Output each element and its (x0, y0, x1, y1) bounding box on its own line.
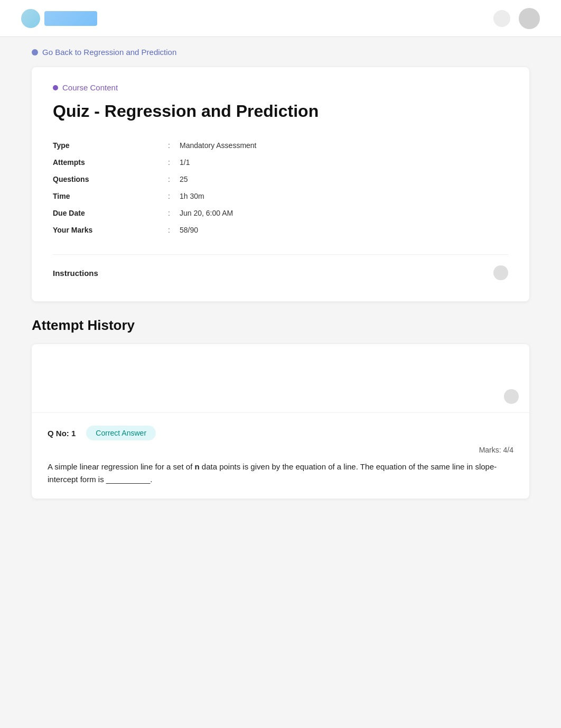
question-1-number: Q No: 1 (48, 429, 76, 438)
info-row-time: Time : 1h 30m (53, 188, 508, 205)
info-value-questions: 25 (180, 175, 188, 183)
question-1-marks-row: Marks: 4/4 (48, 446, 513, 457)
info-label-type: Type (53, 141, 158, 150)
header (0, 0, 561, 37)
course-content-dot (53, 85, 58, 90)
info-value-duedate: Jun 20, 6:00 AM (180, 209, 233, 217)
header-actions (493, 8, 540, 29)
back-link-text: Go Back to Regression and Prediction (42, 48, 176, 57)
instructions-toggle-icon[interactable] (493, 265, 508, 280)
info-row-marks: Your Marks : 58/90 (53, 222, 508, 238)
info-row-questions: Questions : 25 (53, 171, 508, 188)
course-content-text: Course Content (62, 83, 118, 92)
attempt-header-area (32, 344, 529, 413)
info-colon-duedate: : (158, 209, 180, 217)
logo-text (44, 11, 97, 26)
info-label-marks: Your Marks (53, 226, 158, 234)
info-value-time: 1h 30m (180, 192, 204, 200)
avatar[interactable] (519, 8, 540, 29)
question-text-part1: A simple linear regression line for a se… (48, 462, 194, 471)
main-content: Go Back to Regression and Prediction Cou… (0, 37, 561, 520)
back-link[interactable]: Go Back to Regression and Prediction (32, 48, 529, 57)
info-colon-type: : (158, 141, 180, 150)
correct-answer-badge: Correct Answer (86, 426, 156, 440)
question-1-marks: Marks: 4/4 (479, 446, 513, 457)
info-row-attempts: Attempts : 1/1 (53, 154, 508, 171)
instructions-title: Instructions (53, 269, 98, 278)
info-colon-marks: : (158, 226, 180, 234)
question-1-header: Q No: 1 Correct Answer (48, 426, 513, 440)
course-content-label: Course Content (53, 83, 508, 92)
attempt-floating-btn[interactable] (504, 389, 519, 404)
attempt-history-title: Attempt History (32, 317, 529, 334)
info-colon-attempts: : (158, 158, 180, 167)
attempt-history-section: Attempt History Q No: 1 Correct Answer M… (32, 317, 529, 499)
question-1-section: Q No: 1 Correct Answer Marks: 4/4 A simp… (32, 413, 529, 499)
question-text-bold: n (194, 462, 199, 471)
quiz-title: Quiz - Regression and Prediction (53, 102, 508, 121)
info-label-time: Time (53, 192, 158, 200)
logo-area (21, 9, 97, 28)
logo-icon (21, 9, 40, 28)
info-colon-time: : (158, 192, 180, 200)
info-label-questions: Questions (53, 175, 158, 183)
quiz-card: Course Content Quiz - Regression and Pre… (32, 67, 529, 301)
instructions-section: Instructions (53, 254, 508, 280)
question-1-text: A simple linear regression line for a se… (48, 460, 513, 486)
info-row-type: Type : Mandatory Assessment (53, 137, 508, 154)
info-value-marks: 58/90 (180, 226, 198, 234)
info-colon-questions: : (158, 175, 180, 183)
notification-icon[interactable] (493, 10, 510, 27)
info-row-duedate: Due Date : Jun 20, 6:00 AM (53, 205, 508, 222)
attempt-card: Q No: 1 Correct Answer Marks: 4/4 A simp… (32, 344, 529, 499)
info-value-type: Mandatory Assessment (180, 141, 257, 150)
info-value-attempts: 1/1 (180, 158, 190, 167)
quiz-info-table: Type : Mandatory Assessment Attempts : 1… (53, 137, 508, 238)
info-label-duedate: Due Date (53, 209, 158, 217)
info-label-attempts: Attempts (53, 158, 158, 167)
back-link-dot (32, 49, 38, 56)
